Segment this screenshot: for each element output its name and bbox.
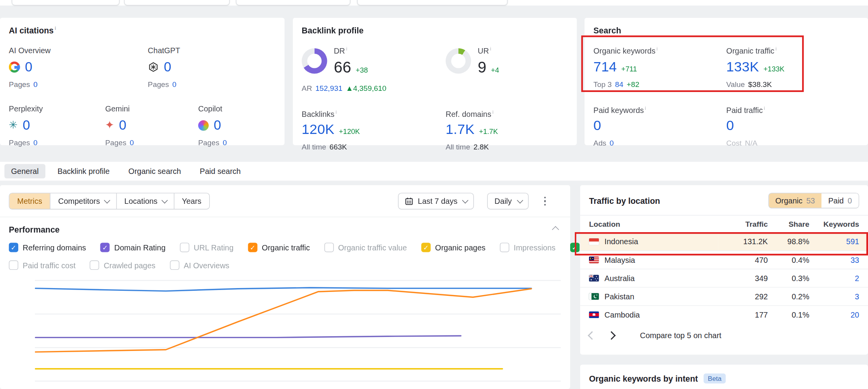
checkbox[interactable] [421,243,431,252]
info-icon[interactable]: i [645,105,646,111]
top-input-stub[interactable] [357,0,508,5]
checkbox[interactable] [9,243,18,252]
tab-backlink-profile[interactable]: Backlink profile [51,164,116,178]
ar-value-link[interactable]: 152,931 [315,84,342,92]
metric-checkbox-organic-traffic-value[interactable]: Organic traffic value [324,243,407,252]
table-row-pakistan[interactable]: Pakistan 292 0.2% 3 [580,287,868,306]
ai-item-copilot: Copilot 0 Pages 0 [198,104,276,147]
checkbox[interactable] [9,260,18,270]
table-row-indonesia[interactable]: Indonesia 131.2K 98.8% 591 [580,233,868,250]
traffic-by-location-table: Location Traffic Share Keywords Indonesi… [580,215,868,323]
info-icon[interactable]: i [657,46,658,51]
info-icon[interactable]: i [493,109,494,115]
ai-item-value[interactable]: 0 [22,118,30,133]
metric-checkbox-referring-domains[interactable]: Referring domains [9,243,86,252]
metric-checkbox-paid-traffic-cost[interactable]: Paid traffic cost [9,260,76,270]
segment-locations[interactable]: Locations [116,193,173,209]
metric-checkbox-crawled-pages[interactable]: Crawled pages [90,260,156,270]
ai-item-value[interactable]: 0 [119,118,126,133]
segment-years[interactable]: Years [174,193,209,209]
divider [0,217,570,217]
toggle-paid[interactable]: Paid 0 [821,193,858,208]
info-icon[interactable]: i [346,46,347,51]
column-header-traffic[interactable]: Traffic [718,215,768,233]
paid-count: 0 [847,196,852,205]
keywords-link[interactable]: 2 [855,274,859,283]
paid-traffic-value-link[interactable]: 0 [726,118,734,134]
date-range-button[interactable]: Last 7 days [398,193,474,210]
info-icon[interactable]: i [490,46,491,51]
metric-paid-keywords: Paid keywordsi 0 Ads 0 [593,105,726,148]
ref-domains-value-link[interactable]: 1.7K [446,122,475,137]
pages-link[interactable]: 0 [172,80,176,89]
top3-value-link[interactable]: 84 [615,80,623,88]
info-icon[interactable]: i [775,46,776,51]
location-name: Pakistan [605,292,635,301]
keywords-link[interactable]: 33 [851,255,859,264]
ai-item-value[interactable]: 0 [25,59,32,75]
pages-link[interactable]: 0 [33,80,38,89]
backlink-profile-title: Backlink profile [302,26,568,35]
column-header-share[interactable]: Share [768,215,809,233]
paid-keywords-value-link[interactable]: 0 [593,118,601,134]
pages-link[interactable]: 0 [33,139,38,147]
tab-organic-search[interactable]: Organic search [122,164,188,178]
checkbox[interactable] [100,243,110,252]
metric-checkbox-organic-traffic[interactable]: Organic traffic [248,243,310,252]
ads-value-link[interactable]: 0 [610,139,614,148]
info-icon[interactable]: i [55,26,56,31]
google-icon [9,61,20,73]
metric-checkbox-url-rating[interactable]: URL Rating [180,243,233,252]
collapse-chevron-icon[interactable] [552,226,559,233]
performance-chart[interactable] [35,278,561,389]
checkbox[interactable] [570,243,579,252]
segment-competitors[interactable]: Competitors [50,193,116,209]
checkbox[interactable] [170,260,179,270]
organic-keywords-value-link[interactable]: 714 [593,59,617,75]
checkbox[interactable] [180,243,189,252]
checkbox[interactable] [324,243,334,252]
granularity-button[interactable]: Daily [488,193,529,210]
top-input-stub[interactable] [12,0,119,5]
checkbox[interactable] [90,260,99,270]
metric-checkbox-impressions[interactable]: Impressions [500,243,555,252]
segment-metrics[interactable]: Metrics [9,193,50,209]
tab-general[interactable]: General [4,164,45,178]
backlinks-value-link[interactable]: 120K [302,122,334,137]
top-input-stub[interactable] [124,0,230,5]
metric-checkbox-ai-overviews[interactable]: AI Overviews [170,260,229,270]
info-icon[interactable]: i [764,105,765,111]
ai-item-value[interactable]: 0 [164,59,171,75]
top-input-stub[interactable] [236,0,350,5]
metric-organic-traffic: Organic traffici 133K +133K Value $38.3K [726,46,859,88]
granularity-label: Daily [495,197,512,206]
table-row-australia[interactable]: Australia 349 0.3% 2 [580,269,868,287]
next-page-chevron-icon[interactable] [607,331,616,339]
prev-page-chevron-icon[interactable] [588,331,596,339]
metric-checkbox-organic-pages[interactable]: Organic pages [421,243,486,252]
column-header-keywords[interactable]: Keywords [809,215,868,233]
organic-traffic-value-link[interactable]: 133K [726,59,759,75]
checkbox[interactable] [248,243,257,252]
table-row-malaysia[interactable]: Malaysia 470 0.4% 33 [580,251,868,269]
table-row-cambodia[interactable]: Cambodia 177 0.1% 20 [580,306,868,323]
column-header-location[interactable]: Location [580,215,718,233]
keywords-link[interactable]: 3 [855,292,859,301]
perplexity-icon: ✳ [9,120,18,131]
checkbox[interactable] [500,243,509,252]
keywords-link[interactable]: 591 [846,237,859,246]
gemini-icon: ✦ [105,120,114,131]
malaysia-flag [589,257,599,263]
compare-top5-link[interactable]: Compare top 5 on chart [640,331,721,340]
pages-link[interactable]: 0 [223,139,227,147]
ai-item-value[interactable]: 0 [214,118,221,133]
more-options-kebab-icon[interactable] [542,194,548,208]
pages-link[interactable]: 0 [130,139,134,147]
metric-checkbox-domain-rating[interactable]: Domain Rating [100,243,166,252]
toggle-organic[interactable]: Organic 53 [769,193,821,208]
location-name: Cambodia [605,310,640,319]
keywords-link[interactable]: 20 [851,310,859,319]
metric-dr: DRi 66 +38 AR 152,931 ▲4,359,610 [302,46,446,92]
info-icon[interactable]: i [335,109,337,115]
tab-paid-search[interactable]: Paid search [193,164,247,178]
